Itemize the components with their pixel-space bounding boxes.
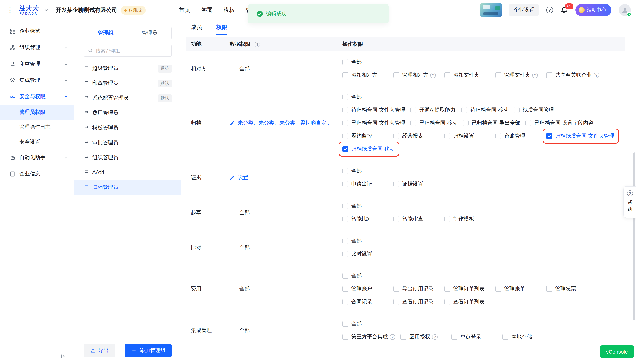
permission-checkbox-item[interactable]: 证据设置 [393,180,444,188]
sidebar-subitem-admin-permissions[interactable]: 管理员权限 [0,105,74,120]
sidebar-subitem-security-settings[interactable]: 安全设置 [0,134,74,150]
group-list-item[interactable]: AA组 [74,165,181,180]
data-permission-help-icon[interactable]: ? [254,42,260,47]
permission-checkbox-item[interactable]: 应用授权? [400,333,451,341]
group-list-item[interactable]: 组织管理员 [74,150,181,165]
permission-checkbox-item[interactable]: 全部 [342,93,393,101]
permission-checkbox-item[interactable]: 管理文件夹? [495,71,546,79]
permission-checkbox-item[interactable]: 导出使用记录 [393,285,444,293]
export-button[interactable]: 导出 [84,344,115,357]
nav-item-1[interactable]: 首页 [179,6,190,14]
sidebar-subitem-admin-logs[interactable]: 管理操作日志 [0,120,74,134]
checkbox-unchecked[interactable] [514,107,520,113]
permission-checkbox-item[interactable]: 制作模板 [444,215,495,223]
checkbox-unchecked[interactable] [342,251,348,257]
permission-checkbox-item[interactable]: 智能比对 [342,215,393,223]
permission-checkbox-item[interactable]: 管理订单列表 [444,285,495,293]
checkbox-unchecked[interactable] [451,334,457,340]
checkbox-unchecked[interactable] [461,107,467,113]
checkbox-unchecked[interactable] [393,299,399,305]
checkbox-unchecked[interactable] [393,216,399,222]
checkbox-unchecked[interactable] [342,72,348,78]
checkbox-unchecked[interactable] [525,120,531,126]
checkbox-unchecked[interactable] [393,133,399,139]
permission-checkbox-item[interactable]: 全部 [342,320,393,328]
sidebar-item-organization[interactable]: 组织管理 [0,40,74,56]
activity-center-button[interactable]: 活动中心 [575,4,611,16]
checkbox-unchecked[interactable] [342,321,348,327]
group-list-item[interactable]: 费用管理员 [74,106,181,120]
permission-checkbox-item[interactable]: 管理账户 [342,285,393,293]
help-icon[interactable]: ? [432,334,438,340]
data-permission-link[interactable]: 设置 [238,174,248,181]
permission-checkbox-item[interactable]: 本地存储 [502,333,553,341]
vconsole-button[interactable]: vConsole [600,346,634,358]
permission-checkbox-item[interactable]: 台账管理 [495,132,546,140]
vertical-scrollbar[interactable] [633,152,635,320]
tab-members[interactable]: 成员 [191,20,202,34]
permission-checkbox-item[interactable]: 添加文件夹 [444,71,495,79]
sidebar-item-integration[interactable]: 集成管理 [0,72,74,88]
permission-checkbox-item[interactable]: 申请出证 [342,180,393,188]
checkbox-unchecked[interactable] [444,286,450,292]
checkbox-unchecked[interactable] [342,299,348,305]
help-icon[interactable]: ? [593,72,599,78]
app-menu-icon[interactable]: ⋮ [7,7,14,14]
permission-checkbox-item[interactable]: 单点登录 [451,333,502,341]
checkbox-unchecked[interactable] [342,168,348,174]
permission-checkbox-item[interactable]: 全部 [342,167,393,175]
tab-administrators[interactable]: 管理员 [128,27,172,40]
sidebar-item-seal[interactable]: 印章管理 [0,56,74,72]
checkbox-unchecked[interactable] [400,334,406,340]
checkbox-unchecked[interactable] [342,181,348,187]
checkbox-unchecked[interactable] [342,94,348,100]
data-permission-link[interactable]: 未分类、未分类、未分类、梁世聪自定... [238,120,331,126]
checkbox-unchecked[interactable] [410,120,416,126]
group-list-item[interactable]: 模板管理员 [74,120,181,135]
permission-checkbox-item[interactable]: 合同记录 [342,298,393,306]
checkbox-unchecked[interactable] [410,107,416,113]
tab-management-groups[interactable]: 管理组 [84,27,128,40]
permission-checkbox-item[interactable]: 管理相对方? [393,71,444,79]
permission-checkbox-item[interactable]: 全部 [342,237,393,245]
checkbox-checked[interactable] [342,146,348,152]
checkbox-unchecked[interactable] [546,286,552,292]
permission-checkbox-item[interactable]: 履约监控 [342,132,393,140]
checkbox-unchecked[interactable] [495,286,501,292]
permission-checkbox-item[interactable]: 智能审查 [393,215,444,223]
permission-checkbox-item[interactable]: 待归档合同-移动 [461,106,514,114]
sidebar-item-enterprise-info[interactable]: 企业信息 [0,166,74,182]
checkbox-unchecked[interactable] [342,216,348,222]
edit-icon[interactable] [230,175,235,180]
nav-item-2[interactable]: 签署 [201,6,212,14]
help-icon[interactable]: ? [532,72,538,78]
checkbox-unchecked[interactable] [444,216,450,222]
checkbox-unchecked[interactable] [393,181,399,187]
checkbox-unchecked[interactable] [495,72,501,78]
permission-checkbox-item[interactable]: 经营报表 [393,132,444,140]
group-list-item[interactable]: 审批管理员 [74,135,181,150]
help-icon[interactable]: ? [390,334,395,340]
tab-permissions[interactable]: 权限 [216,20,227,34]
permission-checkbox-item[interactable]: 管理发票 [546,285,597,293]
permission-checkbox-item[interactable]: 第三方平台集成? [342,333,400,341]
permission-checkbox-item[interactable]: 归档纸质合同-移动 [342,145,400,153]
help-icon[interactable]: ? [546,7,553,14]
promo-banner[interactable] [480,3,502,17]
sidebar-item-enterprise-overview[interactable]: 企业概览 [0,23,74,40]
permission-checkbox-item[interactable]: 查看订单列表 [444,298,495,306]
permission-checkbox-item[interactable]: 比对设置 [342,250,393,258]
checkbox-unchecked[interactable] [463,120,469,126]
permission-checkbox-item[interactable]: 全部 [342,272,393,280]
fadada-logo[interactable]: 法大大 FADADA [19,5,39,15]
group-list-item[interactable]: 归档管理员 [74,180,181,195]
checkbox-unchecked[interactable] [393,286,399,292]
sidebar-item-security[interactable]: 安全与权限 [0,88,74,105]
permission-checkbox-item[interactable]: 已归档合同-文件夹管理 [342,119,410,127]
permission-checkbox-item[interactable]: 待归档合同-文件夹管理 [342,106,410,114]
notifications-button[interactable]: 63 [560,6,568,14]
company-name[interactable]: 开发某企聊测试有限公司 [56,6,117,14]
checkbox-unchecked[interactable] [342,273,348,279]
permission-checkbox-item[interactable]: 开通AI提取能力 [410,106,461,114]
permission-checkbox-item[interactable]: 已归档合同-导出全部 [463,119,525,127]
